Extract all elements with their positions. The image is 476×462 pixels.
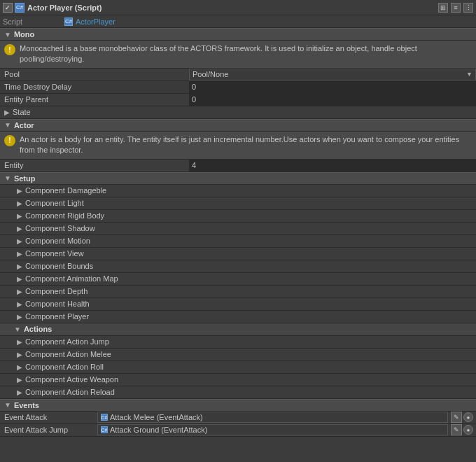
component-arrow: ▶ (17, 376, 22, 384)
pool-label: Pool (0, 70, 189, 78)
state-row[interactable]: ▶ State (0, 106, 476, 119)
component-arrow: ▶ (17, 200, 22, 207)
entity-parent-row: Entity Parent 0 (0, 94, 476, 106)
component-arrow: ▶ (17, 212, 22, 220)
script-row: Script C# ActorPlayer (0, 15, 476, 28)
setup-section-header[interactable]: ▼ Setup (0, 172, 476, 185)
component-row[interactable]: ▶Component Shadow (0, 223, 476, 235)
component-row[interactable]: ▶Component Light (0, 197, 476, 210)
component-label: Component Depth (25, 287, 88, 295)
action-component-row[interactable]: ▶Component Action Melee (0, 349, 476, 361)
events-arrow: ▼ (4, 401, 11, 409)
event-value-inner: C# Attack Ground (EventAttack) (97, 424, 448, 435)
pool-field-row: Pool Pool/None ▼ (0, 69, 476, 81)
component-label: Component Rigid Body (25, 211, 104, 220)
events-list: Event Attack C# Attack Melee (EventAttac… (0, 412, 476, 437)
component-arrow: ▶ (17, 300, 22, 308)
component-label: Component Light (25, 199, 84, 207)
event-actions: ✎ ● (451, 424, 473, 435)
event-label: Event Attack (0, 413, 94, 421)
component-arrow: ▶ (17, 262, 22, 270)
time-destroy-delay-label: Time Destroy Delay (0, 83, 189, 91)
component-row[interactable]: ▶Component Bounds (0, 260, 476, 273)
action-component-row[interactable]: ▶Component Action Roll (0, 361, 476, 374)
component-arrow: ▶ (17, 250, 22, 258)
pool-value: Pool/None (192, 70, 228, 78)
entity-label: Entity (0, 161, 189, 169)
mono-section-header[interactable]: ▼ Mono (0, 28, 476, 41)
component-label: Component Action Reload (25, 388, 115, 396)
component-row[interactable]: ▶Component Damageble (0, 185, 476, 197)
component-label: Component Active Weapon (25, 375, 118, 384)
script-value[interactable]: C# ActorPlayer (64, 18, 115, 26)
component-arrow: ▶ (17, 288, 22, 295)
settings-icon[interactable]: ≡ (451, 3, 461, 13)
actor-section-header[interactable]: ▼ Actor (0, 119, 476, 132)
state-label: State (13, 108, 31, 116)
pool-dropdown[interactable]: Pool/None ▼ (189, 69, 476, 80)
component-label: Component Animation Map (25, 274, 118, 283)
actions-subsection-header[interactable]: ▼ Actions (0, 323, 476, 336)
script-filename: ActorPlayer (76, 18, 115, 26)
component-label: Component Damageble (25, 186, 106, 195)
component-row[interactable]: ▶Component Player (0, 311, 476, 323)
action-component-row[interactable]: ▶Component Active Weapon (0, 374, 476, 386)
checkbox-icon[interactable]: ✓ (3, 3, 13, 13)
component-arrow: ▶ (17, 363, 22, 371)
mono-info-box: ! Monocached is a base monobehavior clas… (0, 41, 476, 69)
actor-label: Actor (14, 121, 34, 130)
event-dot-button[interactable]: ● (463, 412, 473, 422)
event-script-icon: C# (101, 426, 108, 433)
entity-parent-value[interactable]: 0 (189, 94, 476, 106)
component-arrow: ▶ (17, 187, 22, 195)
component-arrow: ▶ (17, 313, 22, 321)
title-bar: ✓ C# Actor Player (Script) ⊞ ≡ ⋮ (0, 0, 476, 15)
component-label: Component Player (25, 312, 89, 321)
event-dot-button[interactable]: ● (463, 425, 473, 435)
content-area: ▼ Mono ! Monocached is a base monobehavi… (0, 28, 476, 462)
component-label: Component Motion (25, 237, 90, 245)
component-row[interactable]: ▶Component Motion (0, 235, 476, 248)
component-label: Component View (25, 249, 84, 258)
events-label: Events (14, 401, 39, 410)
mono-info-icon: ! (4, 44, 15, 55)
component-label: Component Health (25, 300, 90, 308)
entity-parent-label: Entity Parent (0, 95, 189, 104)
setup-label: Setup (14, 174, 36, 183)
time-destroy-delay-value[interactable]: 0 (189, 81, 476, 93)
event-label: Event Attack Jump (0, 426, 94, 434)
action-component-row[interactable]: ▶Component Action Jump (0, 336, 476, 349)
component-label: Component Action Melee (25, 350, 111, 358)
component-row[interactable]: ▶Component Health (0, 298, 476, 311)
menu-icon[interactable]: ⋮ (463, 3, 473, 13)
actor-info-text: An actor is a body for an entity. The en… (20, 134, 472, 156)
component-row[interactable]: ▶Component Animation Map (0, 273, 476, 286)
time-destroy-delay-row: Time Destroy Delay 0 (0, 81, 476, 94)
component-row[interactable]: ▶Component View (0, 248, 476, 260)
event-edit-button[interactable]: ✎ (451, 412, 462, 423)
component-arrow: ▶ (17, 338, 22, 346)
event-value-container: C# Attack Melee (EventAttack) ✎ ● (94, 412, 476, 424)
window-title: Actor Player (Script) (27, 4, 438, 12)
script-file-icon: C# (64, 18, 73, 26)
entity-value[interactable]: 4 (189, 160, 476, 172)
title-bar-actions: ⊞ ≡ ⋮ (438, 3, 473, 13)
state-arrow: ▶ (4, 108, 10, 116)
mono-label: Mono (14, 30, 34, 38)
event-edit-button[interactable]: ✎ (451, 424, 462, 435)
actor-info-box: ! An actor is a body for an entity. The … (0, 132, 476, 160)
layout-icon[interactable]: ⊞ (438, 3, 448, 13)
events-section-header[interactable]: ▼ Events (0, 399, 476, 412)
action-component-row[interactable]: ▶Component Action Reload (0, 386, 476, 399)
component-label: Component Shadow (25, 224, 95, 232)
component-label: Component Action Roll (25, 363, 104, 371)
components-list: ▶Component Damageble▶Component Light▶Com… (0, 185, 476, 323)
event-script-icon: C# (101, 414, 108, 421)
title-icons: ✓ C# (3, 3, 24, 13)
component-arrow: ▶ (17, 275, 22, 283)
component-arrow: ▶ (17, 237, 22, 245)
event-row: Event Attack Jump C# Attack Ground (Even… (0, 424, 476, 437)
component-row[interactable]: ▶Component Rigid Body (0, 210, 476, 223)
component-row[interactable]: ▶Component Depth (0, 286, 476, 298)
component-arrow: ▶ (17, 225, 22, 232)
